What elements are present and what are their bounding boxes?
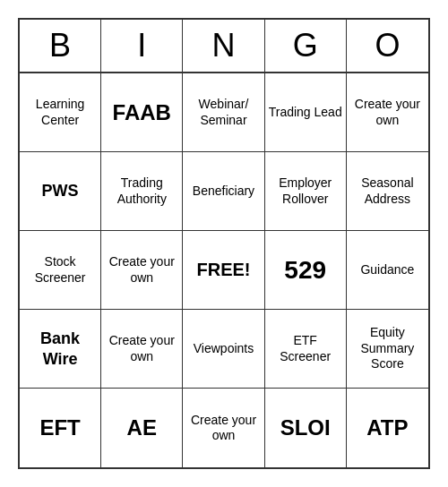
bingo-cell-23[interactable]: SLOI [265, 389, 347, 467]
bingo-cell-17[interactable]: Viewpoints [183, 310, 264, 389]
bingo-cell-2[interactable]: Webinar/ Seminar [183, 73, 264, 152]
bingo-cell-22[interactable]: Create your own [183, 389, 264, 467]
bingo-card: BINGO Learning CenterFAABWebinar/ Semina… [18, 18, 430, 469]
bingo-cell-14[interactable]: Guidance [347, 231, 428, 310]
bingo-cell-18[interactable]: ETF Screener [265, 310, 347, 389]
bingo-cell-12[interactable]: FREE! [183, 231, 264, 310]
header-letter-n: N [183, 20, 264, 72]
bingo-cell-6[interactable]: Trading Authority [101, 152, 183, 231]
bingo-cell-15[interactable]: Bank Wire [20, 310, 101, 389]
bingo-cell-9[interactable]: Seasonal Address [347, 152, 428, 231]
bingo-cell-11[interactable]: Create your own [101, 231, 183, 310]
bingo-cell-10[interactable]: Stock Screener [20, 231, 101, 310]
bingo-cell-0[interactable]: Learning Center [20, 73, 101, 152]
header-letter-b: B [20, 20, 101, 72]
bingo-cell-7[interactable]: Beneficiary [183, 152, 264, 231]
bingo-cell-13[interactable]: 529 [265, 231, 347, 310]
bingo-cell-1[interactable]: FAAB [101, 73, 183, 152]
bingo-header: BINGO [20, 20, 428, 73]
bingo-cell-19[interactable]: Equity Summary Score [347, 310, 428, 389]
bingo-cell-4[interactable]: Create your own [347, 73, 428, 152]
header-letter-i: I [101, 20, 183, 72]
header-letter-o: O [347, 20, 428, 72]
bingo-cell-3[interactable]: Trading Lead [265, 73, 347, 152]
bingo-cell-8[interactable]: Employer Rollover [265, 152, 347, 231]
bingo-grid: Learning CenterFAABWebinar/ SeminarTradi… [20, 73, 428, 467]
bingo-cell-21[interactable]: AE [101, 389, 183, 467]
header-letter-g: G [265, 20, 347, 72]
bingo-cell-20[interactable]: EFT [20, 389, 101, 467]
bingo-cell-5[interactable]: PWS [20, 152, 101, 231]
bingo-cell-24[interactable]: ATP [347, 389, 428, 467]
bingo-cell-16[interactable]: Create your own [101, 310, 183, 389]
